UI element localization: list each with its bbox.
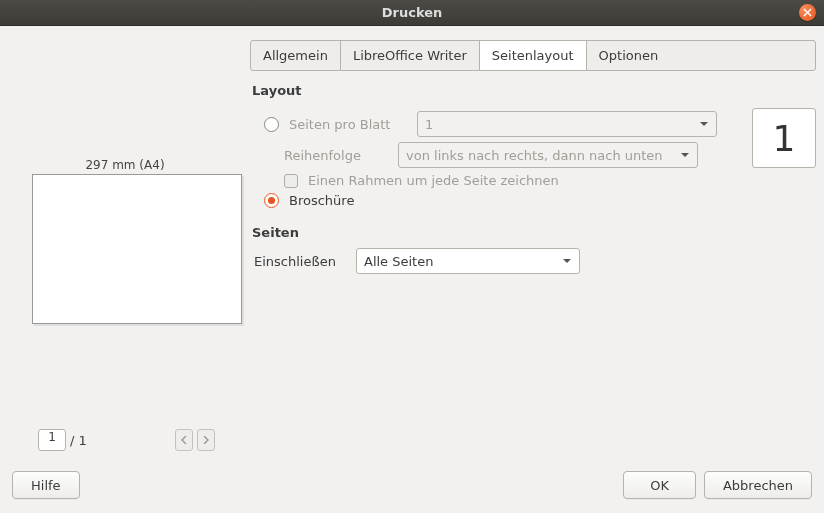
preview-width-label: 297 mm (A4) — [8, 158, 242, 172]
preview-pane: 297 mm (A4) 210 mm — [8, 40, 242, 429]
close-button[interactable] — [799, 4, 816, 21]
radio-brochure[interactable] — [264, 193, 279, 208]
dialog-button-bar: Hilfe OK Abbrechen — [0, 467, 824, 513]
ok-button[interactable]: OK — [623, 471, 696, 499]
tab-bar: Allgemein LibreOffice Writer Seitenlayou… — [250, 40, 816, 71]
tab-seitenlayout[interactable]: Seitenlayout — [480, 41, 587, 70]
preview-pager: 1 / 1 — [38, 429, 816, 451]
pager-current-input[interactable]: 1 — [38, 429, 66, 451]
tab-optionen[interactable]: Optionen — [587, 41, 671, 70]
include-select[interactable]: Alle Seiten — [356, 248, 580, 274]
cancel-button[interactable]: Abbrechen — [704, 471, 812, 499]
preview-page — [32, 174, 242, 324]
close-icon — [803, 8, 812, 17]
pages-heading: Seiten — [252, 225, 816, 240]
pager-next-button[interactable] — [197, 429, 215, 451]
brochure-label: Broschüre — [289, 193, 354, 208]
frame-label: Einen Rahmen um jede Seite zeichnen — [308, 173, 559, 188]
layout-heading: Layout — [252, 83, 816, 98]
include-label: Einschließen — [254, 254, 346, 269]
chevron-right-icon — [203, 436, 209, 444]
radio-pages-per-sheet[interactable] — [264, 117, 279, 132]
help-button[interactable]: Hilfe — [12, 471, 80, 499]
order-label: Reihenfolge — [284, 148, 388, 163]
chevron-left-icon — [181, 436, 187, 444]
pager-prev-button[interactable] — [175, 429, 193, 451]
tab-allgemein[interactable]: Allgemein — [251, 41, 341, 70]
pages-per-sheet-select[interactable]: 1 — [417, 111, 717, 137]
window-title: Drucken — [382, 5, 443, 20]
order-select[interactable]: von links nach rechts, dann nach unten — [398, 142, 698, 168]
pages-per-sheet-label: Seiten pro Blatt — [289, 117, 407, 132]
layout-preview-box: 1 — [752, 108, 816, 168]
titlebar: Drucken — [0, 0, 824, 26]
tab-libreoffice-writer[interactable]: LibreOffice Writer — [341, 41, 480, 70]
pager-total: / 1 — [70, 433, 87, 448]
dialog-content: 297 mm (A4) 210 mm Allgemein LibreOffice… — [0, 26, 824, 467]
frame-checkbox[interactable] — [284, 174, 298, 188]
